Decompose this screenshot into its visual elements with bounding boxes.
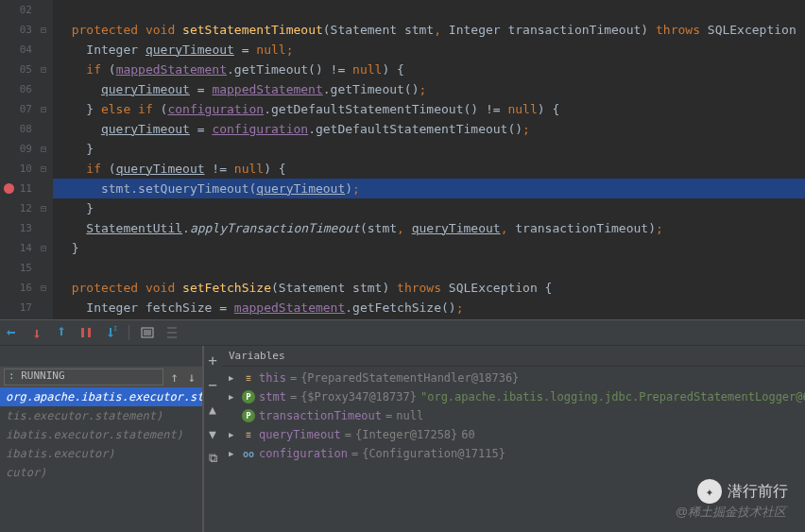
new-watch-icon[interactable]: +: [204, 352, 221, 369]
juejin-watermark: @稀土掘金技术社区: [676, 504, 786, 521]
code-line: }: [57, 238, 805, 258]
frame-item[interactable]: tis.executor.statement): [0, 406, 202, 425]
variable-row[interactable]: ▶ ≡ queryTimeout = {Integer@17258} 60: [221, 425, 805, 444]
prev-frame-icon[interactable]: ↑: [167, 369, 180, 385]
thread-selector[interactable]: : RUNNING ↑ ↓: [0, 367, 202, 387]
variable-row[interactable]: P transactionTimeout = null: [221, 406, 805, 425]
variable-row[interactable]: ▶ ≡ this = {PreparedStatementHandler@187…: [221, 369, 805, 387]
variable-kind-icon: oo: [242, 447, 255, 460]
force-step-icon[interactable]: [77, 324, 94, 341]
debug-toolbar: I: [0, 319, 805, 346]
expand-icon: ▶: [229, 430, 238, 439]
frames-panel: : RUNNING ↑ ↓ org.apache.ibatis.executor…: [0, 346, 203, 532]
variables-header: Variables: [221, 346, 805, 367]
code-line: protected void setStatementTimeout(State…: [57, 20, 805, 40]
variable-kind-icon: P: [242, 390, 255, 403]
code-line: if (queryTimeout != null) {: [57, 159, 805, 179]
code-line: Integer fetchSize = mappedStatement.getF…: [57, 298, 805, 317]
code-line: }: [57, 198, 805, 218]
code-line: Integer queryTimeout = null;: [57, 40, 805, 60]
code-area[interactable]: protected void setStatementTimeout(State…: [53, 0, 805, 319]
code-line: StatementUtil.applyTransactionTimeout(st…: [57, 218, 805, 238]
code-line: } else if (configuration.getDefaultState…: [57, 99, 805, 119]
execution-line: stmt.setQueryTimeout(queryTimeout);: [53, 179, 805, 198]
trace-icon[interactable]: [163, 324, 180, 341]
frame-toolbar: + − ▲ ▼ ⧉: [203, 346, 221, 532]
line-gutter: 02 03 04 05 06 07 08 09 10 11 12 13 14 1…: [0, 0, 38, 319]
wechat-icon: ✦: [697, 479, 722, 504]
frame-list[interactable]: org.apache.ibatis.executor.statement) ti…: [0, 387, 202, 532]
run-to-cursor-icon[interactable]: I: [102, 324, 119, 341]
fold-column[interactable]: ⊟ ⊟ ⊟ ⊟ ⊟ ⊟ ⊟ ⊟: [38, 0, 53, 319]
up-icon[interactable]: ▲: [204, 401, 221, 418]
variable-row[interactable]: ▶ P stmt = {$Proxy347@18737} "org.apache…: [221, 387, 805, 406]
expand-icon: ▶: [229, 392, 238, 402]
frame-item[interactable]: cutor): [0, 463, 202, 482]
next-frame-icon[interactable]: ↓: [185, 369, 198, 385]
wechat-watermark: ✦ 潜行前行: [697, 479, 788, 504]
frame-item[interactable]: ibatis.executor.statement): [0, 425, 202, 444]
variables-list[interactable]: ▶ ≡ this = {PreparedStatementHandler@187…: [221, 367, 805, 463]
evaluate-expression-icon[interactable]: [139, 324, 156, 341]
step-into-icon[interactable]: [28, 324, 45, 341]
expand-icon: ▶: [229, 373, 238, 383]
frame-item[interactable]: ibatis.executor): [0, 444, 202, 463]
code-editor[interactable]: 02 03 04 05 06 07 08 09 10 11 12 13 14 1…: [0, 0, 805, 319]
step-out-icon[interactable]: [53, 324, 70, 341]
frame-item[interactable]: org.apache.ibatis.executor.statement): [0, 387, 202, 406]
down-icon[interactable]: ▼: [204, 425, 221, 442]
toolbar-separator: [128, 325, 129, 340]
remove-watch-icon[interactable]: −: [204, 376, 221, 393]
code-line: queryTimeout = mappedStatement.getTimeou…: [57, 79, 805, 99]
variable-kind-icon: ≡: [242, 371, 255, 385]
variable-kind-icon: ≡: [242, 428, 255, 441]
code-line: if (mappedStatement.getTimeout() != null…: [57, 60, 805, 79]
variable-kind-icon: P: [242, 409, 255, 422]
variable-row[interactable]: ▶ oo configuration = {Configuration@1711…: [221, 444, 805, 463]
code-line: queryTimeout = configuration.getDefaultS…: [57, 119, 805, 139]
code-line: protected void setFetchSize(Statement st…: [57, 278, 805, 298]
svg-text:I: I: [113, 325, 117, 333]
step-over-icon[interactable]: [4, 324, 21, 341]
breakpoint-icon[interactable]: [4, 183, 14, 194]
expand-icon: ▶: [229, 449, 238, 458]
copy-icon[interactable]: ⧉: [204, 450, 221, 467]
code-line: }: [57, 139, 805, 159]
